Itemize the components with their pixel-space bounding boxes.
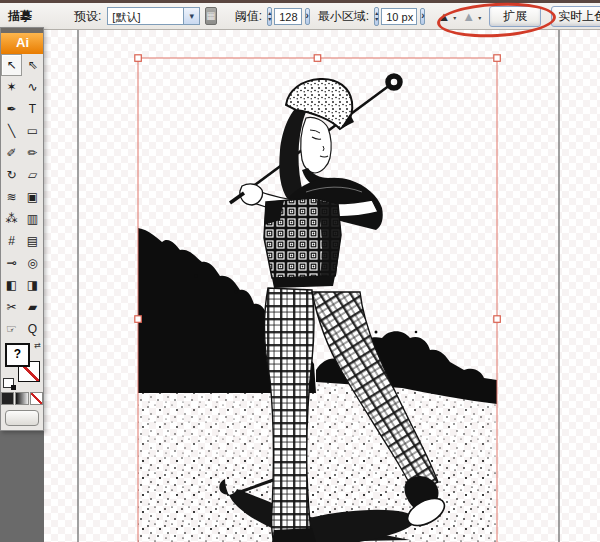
tool-gradient[interactable]: ▤ xyxy=(22,230,43,252)
type-icon: T xyxy=(29,102,36,116)
default-fill-stroke-icon[interactable] xyxy=(3,378,14,388)
golf-club-head xyxy=(388,76,400,88)
hand-icon: ☞ xyxy=(6,322,17,336)
chevron-down-icon[interactable]: ▾ xyxy=(453,12,456,25)
mesh-icon: # xyxy=(8,234,15,248)
gradient-icon: ▤ xyxy=(27,234,38,248)
tool-line-segment[interactable]: ╲ xyxy=(1,120,22,142)
line-segment-icon: ╲ xyxy=(8,124,15,138)
expand-button[interactable]: 扩展 xyxy=(489,6,541,27)
illustrator-logo: Ai xyxy=(1,33,43,54)
tool-warp[interactable]: ≋ xyxy=(1,186,22,208)
magic-wand-icon: ✶ xyxy=(6,80,16,94)
tool-blend[interactable]: ◎ xyxy=(22,252,43,274)
golfer-face xyxy=(301,117,331,173)
threshold-slider-button[interactable]: › xyxy=(305,8,310,25)
free-transform-icon: ▣ xyxy=(27,190,38,204)
tool-lasso[interactable]: ∿ xyxy=(22,76,43,98)
preset-combobox[interactable]: [默认] ▾ xyxy=(107,7,200,25)
preview-tracing-result-icon[interactable]: ▲▾ xyxy=(437,10,450,23)
symbol-sprayer-icon: ⁂ xyxy=(6,212,18,226)
column-graph-icon: ▥ xyxy=(27,212,38,226)
color-mode-buttons xyxy=(1,390,43,407)
blend-icon: ◎ xyxy=(27,256,37,270)
tool-live-paint-bucket[interactable]: ◧ xyxy=(1,274,22,296)
zoom-icon: Q xyxy=(28,322,37,336)
color-button[interactable] xyxy=(1,392,14,405)
tool-magic-wand[interactable]: ✶ xyxy=(1,76,22,98)
tracing-options-dialog-button[interactable]: ▦ xyxy=(205,7,216,25)
threshold-label: 阈值: xyxy=(235,8,262,25)
toolbox-palette: Ai ↖⇖✶∿✒T╲▭✐✏↻▱≋▣⁂▥#▤⊸◎◧◨✂▰☞Q ? ⇄ xyxy=(0,27,44,431)
tool-direct-selection[interactable]: ⇖ xyxy=(22,54,43,76)
paintbrush-icon: ✐ xyxy=(6,146,16,160)
document-canvas[interactable] xyxy=(44,30,600,542)
traced-golfer-artwork[interactable] xyxy=(44,30,600,542)
tool-pencil[interactable]: ✏ xyxy=(22,142,43,164)
tool-mesh[interactable]: # xyxy=(1,230,22,252)
gradient-button[interactable] xyxy=(15,392,28,405)
tool-column-graph[interactable]: ▥ xyxy=(22,208,43,230)
stepper-down-icon[interactable]: ▾ xyxy=(268,16,271,22)
slice-icon: ✂ xyxy=(6,300,16,314)
combo-arrow-icon[interactable]: ▾ xyxy=(183,7,200,25)
preview-source-image-icon[interactable]: ▲▾ xyxy=(462,10,475,23)
lasso-icon: ∿ xyxy=(27,80,37,94)
tool-pen[interactable]: ✒ xyxy=(1,98,22,120)
fill-swatch[interactable]: ? xyxy=(5,343,30,367)
fill-stroke-block: ? ⇄ xyxy=(1,340,43,390)
tool-scale[interactable]: ▱ xyxy=(22,164,43,186)
preset-value[interactable]: [默认] xyxy=(107,7,183,25)
eraser-icon: ▰ xyxy=(28,300,37,314)
tool-paintbrush[interactable]: ✐ xyxy=(1,142,22,164)
tools-grid: ↖⇖✶∿✒T╲▭✐✏↻▱≋▣⁂▥#▤⊸◎◧◨✂▰☞Q xyxy=(1,54,43,340)
screen-mode-button[interactable] xyxy=(5,410,39,426)
selection-icon: ↖ xyxy=(6,58,16,72)
selection-handle-top-left[interactable] xyxy=(135,55,142,62)
scale-icon: ▱ xyxy=(28,168,37,182)
tool-hand[interactable]: ☞ xyxy=(1,318,22,340)
trace-label: 描摹 xyxy=(8,8,32,25)
pen-icon: ✒ xyxy=(6,102,16,116)
eyedropper-icon: ⊸ xyxy=(6,256,16,270)
preset-label: 预设: xyxy=(74,8,101,25)
traced-image[interactable] xyxy=(138,76,497,542)
min-area-stepper[interactable]: ▴▾ xyxy=(374,7,379,26)
live-trace-control-bar: 描摹 预设: [默认] ▾ ▦ 阈值: ▴▾ 128 › 最小区域: ▴▾ 10… xyxy=(0,3,600,30)
tool-eyedropper[interactable]: ⊸ xyxy=(1,252,22,274)
warp-icon: ≋ xyxy=(6,190,16,204)
tool-zoom[interactable]: Q xyxy=(22,318,43,340)
tool-selection[interactable]: ↖ xyxy=(1,54,22,76)
selection-handle-mid-left[interactable] xyxy=(135,316,142,323)
threshold-stepper[interactable]: ▴▾ xyxy=(267,7,272,26)
tool-slice[interactable]: ✂ xyxy=(1,296,22,318)
live-paint-selection-icon: ◨ xyxy=(27,278,38,292)
illustrator-window: 描摹 预设: [默认] ▾ ▦ 阈值: ▴▾ 128 › 最小区域: ▴▾ 10… xyxy=(0,0,600,542)
min-area-label: 最小区域: xyxy=(318,8,369,25)
tool-symbol-sprayer[interactable]: ⁂ xyxy=(1,208,22,230)
tool-rotate[interactable]: ↻ xyxy=(1,164,22,186)
tool-live-paint-selection[interactable]: ◨ xyxy=(22,274,43,296)
selection-handle-top-center[interactable] xyxy=(314,55,321,62)
live-paint-button[interactable]: 实时上色 xyxy=(551,6,600,27)
direct-selection-icon: ⇖ xyxy=(27,58,37,72)
none-button[interactable] xyxy=(30,392,43,405)
tool-free-transform[interactable]: ▣ xyxy=(22,186,43,208)
rectangle-icon: ▭ xyxy=(27,124,38,138)
tool-type[interactable]: T xyxy=(22,98,43,120)
rotate-icon: ↻ xyxy=(6,168,16,182)
threshold-input[interactable]: 128 xyxy=(274,8,301,25)
min-area-input[interactable]: 10 px xyxy=(381,8,417,25)
swap-fill-stroke-icon[interactable]: ⇄ xyxy=(34,341,41,350)
chevron-down-icon[interactable]: ▾ xyxy=(478,12,481,25)
tool-rectangle[interactable]: ▭ xyxy=(22,120,43,142)
tool-eraser[interactable]: ▰ xyxy=(22,296,43,318)
min-area-slider-button[interactable]: › xyxy=(420,8,425,25)
live-paint-bucket-icon: ◧ xyxy=(6,278,17,292)
stepper-down-icon[interactable]: ▾ xyxy=(375,16,378,22)
pencil-icon: ✏ xyxy=(27,146,37,160)
selection-handle-mid-right[interactable] xyxy=(494,316,501,323)
selection-handle-top-right[interactable] xyxy=(494,55,501,62)
